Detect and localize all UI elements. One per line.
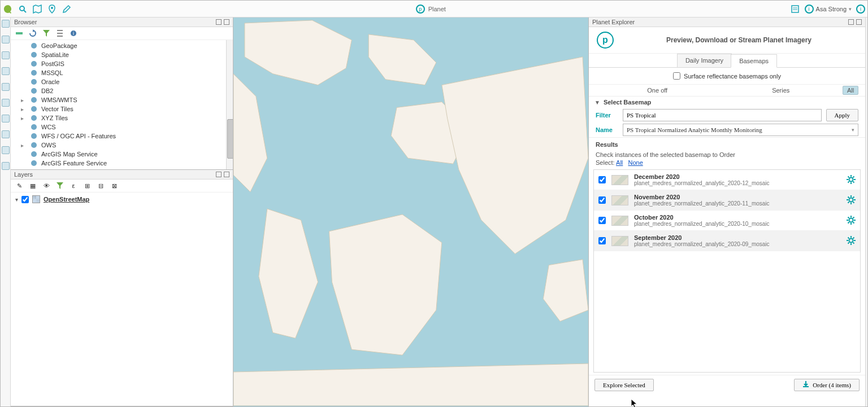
remove-icon[interactable]: ⊠: [110, 182, 118, 190]
result-thumbnail-icon: [611, 175, 628, 185]
tool-b-icon[interactable]: [2, 36, 10, 43]
panel-float-icon[interactable]: [216, 19, 222, 25]
browser-tree[interactable]: GeoPackageSpatiaLitePostGISMSSQLOracleDB…: [11, 40, 233, 169]
tool-c-icon[interactable]: [2, 51, 10, 59]
result-subtitle: planet_medres_normalized_analytic_2020-1…: [634, 180, 841, 186]
browser-item[interactable]: ▸XYZ Tiles: [11, 113, 233, 122]
mode-all[interactable]: All: [843, 86, 858, 95]
browser-item[interactable]: DB2: [11, 86, 233, 95]
top-toolbar: p Planet i Asa Strong ▾ i: [1, 1, 867, 17]
results-list[interactable]: December 2020planet_medres_normalized_an…: [593, 169, 861, 373]
chevron-down-icon: ▾: [849, 6, 852, 12]
gear-icon[interactable]: [847, 236, 856, 246]
chevron-down-icon[interactable]: ▾: [15, 196, 18, 203]
select-all-link[interactable]: All: [616, 159, 623, 166]
svg-point-14: [31, 88, 37, 94]
tool-e-icon[interactable]: [2, 83, 10, 91]
browser-item[interactable]: PostGIS: [11, 59, 233, 68]
mode-series[interactable]: Series: [719, 87, 843, 94]
scrollbar-thumb[interactable]: [227, 119, 233, 159]
filter-input[interactable]: [623, 109, 822, 121]
tool-a-icon[interactable]: [2, 20, 10, 28]
svg-point-2: [51, 7, 53, 9]
result-checkbox[interactable]: [598, 176, 606, 183]
svg-point-10: [31, 52, 37, 58]
svg-line-49: [853, 222, 854, 223]
result-checkbox[interactable]: [598, 217, 606, 224]
browser-item[interactable]: Oracle: [11, 77, 233, 86]
tool-i-icon[interactable]: [2, 146, 10, 154]
explore-selected-button[interactable]: Explore Selected: [594, 379, 654, 391]
user-menu[interactable]: i Asa Strong ▾: [805, 5, 852, 14]
select-basemap-header[interactable]: ▼ Select Basemap: [589, 97, 865, 108]
browser-item[interactable]: WFS / OGC API - Features: [11, 132, 233, 141]
browser-item[interactable]: SpatiaLite: [11, 50, 233, 59]
result-checkbox[interactable]: [598, 196, 606, 204]
edit-icon[interactable]: [62, 4, 72, 14]
browser-item[interactable]: WCS: [11, 122, 233, 132]
svg-rect-3: [792, 6, 798, 12]
browser-item[interactable]: ▸Vector Tiles: [11, 104, 233, 113]
add-icon[interactable]: [15, 29, 23, 37]
db-icon: [30, 87, 38, 95]
panel-close-icon[interactable]: [224, 19, 229, 25]
panel-float-icon[interactable]: [216, 172, 222, 177]
expr-icon[interactable]: ε: [70, 182, 77, 190]
gear-icon[interactable]: [847, 195, 856, 205]
svg-line-30: [848, 176, 849, 177]
svg-line-33: [853, 176, 854, 177]
style-icon[interactable]: ✎: [15, 182, 23, 190]
funnel-icon[interactable]: [56, 182, 64, 190]
tool-h-icon[interactable]: [2, 130, 10, 138]
result-item[interactable]: December 2020planet_medres_normalized_an…: [594, 170, 860, 190]
browser-item[interactable]: GeoNode: [11, 168, 233, 169]
result-item[interactable]: November 2020planet_medres_normalized_an…: [594, 190, 860, 211]
apply-button[interactable]: Apply: [826, 109, 859, 121]
expand-all-icon[interactable]: ⊞: [83, 182, 91, 190]
map-canvas[interactable]: [233, 17, 588, 406]
result-item[interactable]: September 2020planet_medres_normalized_a…: [594, 231, 860, 251]
name-select[interactable]: PS Tropical Normalized Analytic Monthly …: [623, 124, 858, 136]
tool-j-icon[interactable]: [2, 162, 10, 170]
svg-line-60: [853, 237, 854, 238]
result-item[interactable]: October 2020planet_medres_normalized_ana…: [594, 211, 860, 231]
layers-tree[interactable]: ▾ OpenStreetMap: [11, 192, 233, 406]
map-icon[interactable]: [32, 4, 42, 14]
search-icon[interactable]: [18, 4, 28, 14]
properties-icon[interactable]: i: [70, 29, 77, 37]
browser-item[interactable]: ▸WMS/WMTS: [11, 95, 233, 104]
gear-icon[interactable]: [847, 216, 856, 226]
layer-checkbox[interactable]: [21, 196, 29, 203]
browser-item[interactable]: ArcGIS Map Service: [11, 150, 233, 159]
filter-icon[interactable]: [42, 29, 50, 37]
tab-basemaps[interactable]: Basemaps: [731, 54, 777, 68]
select-none-link[interactable]: None: [628, 159, 643, 166]
download-icon: [802, 381, 809, 389]
order-button[interactable]: Order (4 items): [794, 379, 860, 391]
add-group-icon[interactable]: ▦: [29, 182, 37, 190]
browser-item[interactable]: ▸OWS: [11, 141, 233, 150]
visibility-icon[interactable]: 👁: [42, 182, 50, 190]
panel-float-icon[interactable]: [848, 19, 854, 25]
collapse-icon[interactable]: [56, 29, 64, 37]
tab-daily-imagery[interactable]: Daily Imagery: [677, 54, 732, 67]
browser-item[interactable]: ArcGIS Feature Service: [11, 159, 233, 168]
pin-icon[interactable]: [47, 4, 57, 14]
sr-checkbox[interactable]: [673, 72, 680, 80]
result-checkbox[interactable]: [598, 237, 606, 244]
scrollbar[interactable]: [226, 40, 233, 169]
tool-f-icon[interactable]: [2, 99, 10, 107]
layer-row-osm[interactable]: ▾ OpenStreetMap: [13, 195, 231, 204]
panel-close-icon[interactable]: [224, 172, 229, 177]
refresh-icon[interactable]: [29, 29, 37, 37]
gear-icon[interactable]: [847, 175, 856, 185]
mode-one-off[interactable]: One off: [596, 87, 719, 94]
collapse-all-icon[interactable]: ⊟: [97, 182, 105, 190]
tool-g-icon[interactable]: [2, 115, 10, 122]
info-icon[interactable]: i: [856, 5, 865, 14]
browser-item[interactable]: GeoPackage: [11, 41, 233, 50]
tool-d-icon[interactable]: [2, 67, 10, 75]
panel-close-icon[interactable]: [856, 19, 862, 25]
browser-item[interactable]: MSSQL: [11, 68, 233, 77]
list-icon[interactable]: [790, 4, 800, 14]
